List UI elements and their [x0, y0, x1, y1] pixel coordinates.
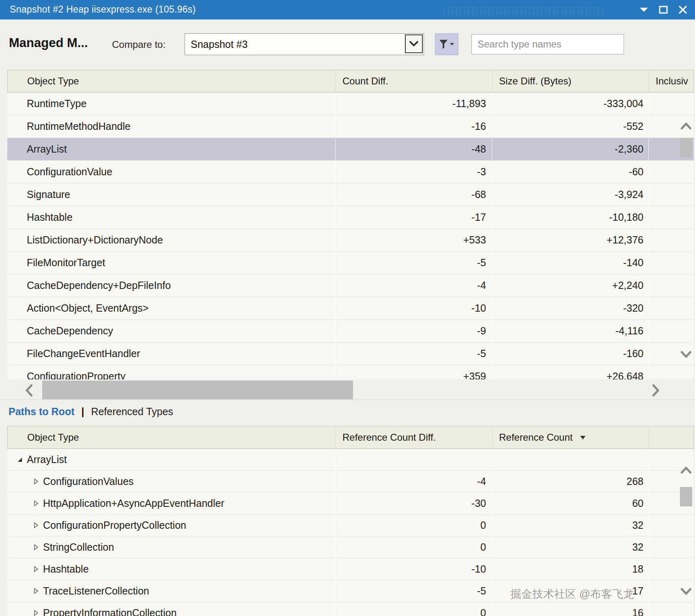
- titlebar-texture: [442, 6, 605, 15]
- expander-collapsed[interactable]: [32, 566, 39, 573]
- table-row[interactable]: ListDictionary+DictionaryNode+533+12,376: [7, 229, 694, 252]
- close-button[interactable]: [673, 0, 693, 19]
- cell-reference-count: 32: [492, 515, 648, 536]
- table-row[interactable]: FileChangeEventHandler-5-160: [7, 342, 694, 365]
- maximize-icon: [658, 5, 668, 15]
- scroll-up-button[interactable]: [678, 464, 694, 476]
- cell-size-diff: -320: [492, 297, 648, 319]
- expander-expanded[interactable]: [16, 457, 23, 463]
- cell-count-diff: +533: [335, 229, 492, 251]
- expander-collapsed[interactable]: [32, 544, 39, 551]
- scroll-right-button[interactable]: [648, 382, 663, 398]
- tree-row[interactable]: Hashtable-1018: [7, 558, 694, 580]
- table-row[interactable]: CacheDependency-9-4,116: [7, 320, 694, 342]
- window-titlebar: Snapshot #2 Heap iisexpress.exe (105.96s…: [0, 0, 695, 19]
- chevron-down-icon: [680, 350, 693, 359]
- node-expanded-icon: [17, 457, 23, 463]
- window-menu-button[interactable]: [634, 0, 654, 19]
- expander-collapsed[interactable]: [32, 522, 39, 529]
- expander-collapsed[interactable]: [32, 610, 39, 616]
- chevron-left-icon: [25, 383, 33, 397]
- compare-snapshot-dropdown[interactable]: Snapshot #3: [185, 33, 424, 55]
- cell-object-type: ArrayList: [7, 138, 335, 160]
- section-divider: [0, 399, 695, 400]
- cell-reference-count-diff: -5: [335, 580, 492, 602]
- table-row[interactable]: RuntimeMethodHandle-16-552: [7, 115, 694, 138]
- maximize-button[interactable]: [654, 0, 673, 19]
- table-row[interactable]: ConfigurationProperty+359+26,648: [7, 365, 694, 379]
- window-title: Snapshot #2 Heap iisexpress.exe (105.96s…: [10, 4, 196, 15]
- expander-collapsed[interactable]: [32, 500, 39, 507]
- tree-row[interactable]: StringCollection032: [7, 536, 694, 558]
- cell-reference-count: [492, 449, 648, 470]
- diff-table-header: Object Type Count Diff. Size Diff. (Byte…: [7, 70, 694, 93]
- scroll-down-button[interactable]: [678, 348, 694, 360]
- tab-referenced-types[interactable]: Referenced Types: [91, 406, 173, 417]
- cell-inclusive: [648, 252, 694, 274]
- cell-reference-count: 268: [492, 471, 648, 492]
- column-header-object-type[interactable]: Object Type: [8, 426, 336, 448]
- cell-object-type: StringCollection: [7, 536, 335, 558]
- horizontal-scrollbar-thumb[interactable]: [42, 381, 353, 399]
- tree-row[interactable]: HttpApplication+AsyncAppEventHandler-306…: [7, 493, 694, 515]
- scroll-up-button[interactable]: [678, 120, 694, 132]
- cell-object-type: HttpApplication+AsyncAppEventHandler: [7, 493, 335, 514]
- node-collapsed-icon: [33, 522, 39, 528]
- cell-empty: [648, 602, 694, 616]
- vertical-scrollbar-thumb[interactable]: [680, 138, 692, 157]
- tree-row[interactable]: ConfigurationPropertyCollection032: [7, 515, 694, 536]
- column-header-size-diff[interactable]: Size Diff. (Bytes): [492, 70, 649, 92]
- dropdown-open-button[interactable]: [405, 34, 423, 53]
- cell-size-diff: -4,116: [492, 320, 648, 342]
- ref-table-header: Object Type Reference Count Diff. Refere…: [7, 426, 694, 449]
- table-row[interactable]: RuntimeType-11,893-333,004: [7, 93, 694, 115]
- table-row[interactable]: Hashtable-17-10,180: [7, 206, 694, 229]
- table-row[interactable]: Signature-68-3,924: [7, 183, 694, 206]
- column-header-inclusive[interactable]: Inclusiv: [649, 70, 693, 92]
- cell-object-type: Hashtable: [7, 558, 335, 580]
- cell-inclusive: [648, 274, 694, 297]
- filter-button[interactable]: [435, 33, 458, 55]
- vertical-scrollbar-thumb[interactable]: [680, 487, 692, 506]
- chevron-down-icon: [639, 7, 649, 13]
- expander-collapsed[interactable]: [32, 478, 39, 485]
- cell-inclusive: [648, 320, 694, 342]
- site-watermark: 掘金技术社区 @布客飞龙: [510, 587, 634, 601]
- funnel-icon: [439, 39, 448, 49]
- expander-collapsed[interactable]: [32, 588, 39, 594]
- cell-object-type: CacheDependency: [7, 320, 335, 342]
- tree-node-label: TraceListenerCollection: [43, 585, 149, 597]
- tree-node-label: ConfigurationValues: [43, 476, 133, 487]
- compare-snapshot-value: Snapshot #3: [191, 39, 247, 50]
- search-input[interactable]: [471, 34, 624, 54]
- column-header-reference-count-diff[interactable]: Reference Count Diff.: [336, 426, 492, 448]
- cell-size-diff: -60: [492, 161, 648, 183]
- scroll-left-button[interactable]: [22, 382, 37, 398]
- table-row[interactable]: CacheDependency+DepFileInfo-4+2,240: [7, 274, 694, 297]
- chevron-down-icon: [680, 587, 693, 596]
- tree-row[interactable]: ConfigurationValues-4268: [7, 471, 694, 493]
- table-row[interactable]: ArrayList-48-2,360: [7, 138, 694, 161]
- diff-table-body: RuntimeType-11,893-333,004RuntimeMethodH…: [7, 93, 694, 379]
- tree-node-label: Hashtable: [43, 563, 89, 575]
- tree-row[interactable]: ArrayList: [7, 449, 694, 471]
- table-row[interactable]: Action<Object, EventArgs>-10-320: [7, 297, 694, 320]
- cell-count-diff: -5: [335, 252, 492, 274]
- tree-row[interactable]: PropertyInformationCollection016: [7, 602, 694, 616]
- cell-object-type: ConfigurationValues: [7, 471, 335, 492]
- scroll-down-button[interactable]: [678, 585, 694, 597]
- tab-paths-to-root[interactable]: Paths to Root: [9, 406, 75, 417]
- cell-count-diff: +359: [335, 365, 492, 379]
- column-header-reference-count[interactable]: Reference Count: [492, 426, 649, 448]
- cell-size-diff: +26,648: [492, 365, 648, 379]
- cell-object-type: Signature: [7, 183, 335, 206]
- table-row[interactable]: FileMonitorTarget-5-140: [7, 252, 694, 274]
- table-row[interactable]: ConfigurationValue-3-60: [7, 161, 694, 183]
- cell-size-diff: -140: [492, 252, 648, 274]
- column-header-object-type[interactable]: Object Type: [8, 70, 336, 92]
- column-header-count-diff[interactable]: Count Diff.: [336, 70, 492, 92]
- window-controls: [634, 0, 693, 19]
- node-collapsed-icon: [33, 566, 39, 572]
- cell-inclusive: [648, 229, 694, 251]
- managed-memory-diff-table: Object Type Count Diff. Size Diff. (Byte…: [7, 70, 694, 379]
